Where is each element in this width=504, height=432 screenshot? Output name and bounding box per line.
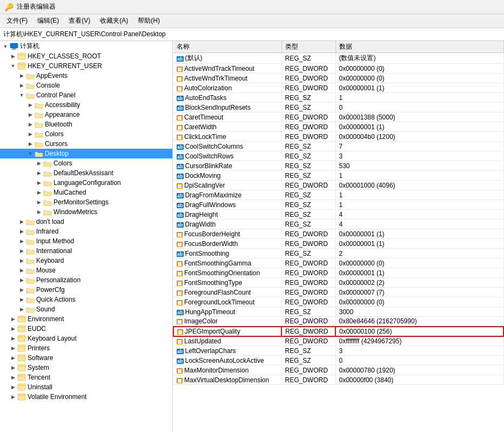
- expand-btn-bluetooth[interactable]: [26, 120, 35, 129]
- tree-node-volatileenv[interactable]: Volatile Environment: [0, 392, 172, 402]
- tree-node-muicached[interactable]: MuiCached: [0, 188, 172, 197]
- table-row[interactable]: ▦FocusBorderHeightREG_DWORD0x00000001 (1…: [173, 229, 503, 239]
- tree-node-eudc[interactable]: EUDC: [0, 324, 172, 334]
- tree-node-environment[interactable]: Environment: [0, 314, 172, 324]
- table-row[interactable]: abCoolSwitchColumnsREG_SZ7: [173, 142, 503, 151]
- expand-btn-controlpanel[interactable]: [17, 91, 26, 99]
- table-row[interactable]: abDragHeightREG_SZ4: [173, 210, 503, 220]
- tree-node-international[interactable]: International: [0, 246, 172, 256]
- tree-node-controlpanel[interactable]: Control Panel: [0, 90, 172, 100]
- expand-btn-appevents[interactable]: [17, 71, 26, 80]
- tree-node-tencent[interactable]: Tencent: [0, 373, 172, 382]
- table-row[interactable]: ▦ForegroundFlashCountREG_DWORD0x00000007…: [173, 288, 503, 297]
- expand-btn-permonitorsettings[interactable]: [35, 198, 43, 207]
- expand-btn-accessibility[interactable]: [26, 101, 35, 109]
- expand-btn-hkcr[interactable]: [9, 52, 17, 61]
- expand-btn-keyboardlayout[interactable]: [9, 334, 17, 343]
- table-row[interactable]: abFontSmoothingREG_SZ2: [173, 249, 503, 258]
- table-row[interactable]: ▦JPEGImportQualityREG_DWORD0x00000100 (2…: [173, 327, 503, 336]
- tree-node-languageconfiguration[interactable]: LanguageConfiguration: [0, 178, 172, 188]
- tree-node-desktop-colors[interactable]: Colors: [0, 158, 172, 168]
- expand-btn-cursors[interactable]: [26, 139, 35, 148]
- table-row[interactable]: ▦FontSmoothingOrientationREG_DWORD0x0000…: [173, 268, 503, 278]
- tree-node-permonitorsettings[interactable]: PerMonitorSettings: [0, 197, 172, 207]
- expand-btn-software[interactable]: [9, 354, 17, 362]
- expand-btn-powercfg[interactable]: [17, 285, 26, 294]
- table-row[interactable]: abDragFullWindowsREG_SZ1: [173, 200, 503, 210]
- tree-node-defaultdeskassisant[interactable]: DefaultDeskAssisant: [0, 168, 172, 178]
- tree-node-accessibility[interactable]: Accessibility: [0, 100, 172, 110]
- expand-btn-system[interactable]: [9, 363, 17, 372]
- tree-node-printers[interactable]: Printers: [0, 343, 172, 353]
- menu-item-h[interactable]: 帮助(H): [133, 15, 164, 26]
- tree-node-windowmetrics[interactable]: WindowMetrics: [0, 207, 172, 217]
- tree-root-computer[interactable]: 计算机: [0, 41, 172, 51]
- table-row[interactable]: ▦CaretWidthREG_DWORD0x00000001 (1): [173, 122, 503, 132]
- tree-node-colors[interactable]: Colors: [0, 129, 172, 139]
- expand-btn-hkcu[interactable]: [9, 62, 17, 70]
- table-row[interactable]: ▦CaretTimeoutREG_DWORD0x00001388 (5000): [173, 112, 503, 122]
- tree-node-dontload[interactable]: don't load: [0, 217, 172, 227]
- table-row[interactable]: ▦MaxVirtualDesktopDimensionREG_DWORD0x00…: [173, 375, 503, 385]
- expand-btn-international[interactable]: [17, 247, 26, 255]
- table-row[interactable]: abCoolSwitchRowsREG_SZ3: [173, 151, 503, 161]
- tree-node-uninstall[interactable]: Uninstall: [0, 382, 172, 392]
- menu-item-a[interactable]: 收藏夹(A): [96, 15, 132, 26]
- table-row[interactable]: ▦ImageColorREG_DWORD0x80e84646 (21627059…: [173, 317, 503, 327]
- expand-btn-keyboard[interactable]: [17, 256, 26, 265]
- expand-btn-console[interactable]: [17, 81, 26, 90]
- expand-btn-languageconfiguration[interactable]: [35, 178, 43, 187]
- expand-btn-sound[interactable]: [17, 305, 26, 314]
- expand-btn-printers[interactable]: [9, 344, 17, 353]
- expand-btn-infrared[interactable]: [17, 227, 26, 236]
- tree-node-keyboardlayout[interactable]: Keyboard Layout: [0, 334, 172, 343]
- table-row[interactable]: abCursorBlinkRateREG_SZ530: [173, 161, 503, 171]
- table-row[interactable]: ▦AutoColorizationREG_DWORD0x00000001 (1): [173, 83, 503, 93]
- tree-node-powercfg[interactable]: PowerCfg: [0, 285, 172, 295]
- menu-item-e[interactable]: 编辑(E): [33, 15, 63, 26]
- table-row[interactable]: ▦DpiScalingVerREG_DWORD0x00001000 (4096): [173, 181, 503, 190]
- tree-panel[interactable]: 计算机 HKEY_CLASSES_ROOTHKEY_CURRENT_USERAp…: [0, 41, 173, 432]
- table-row[interactable]: ▦ForegroundLockTimeoutREG_DWORD0x0000000…: [173, 297, 503, 307]
- tree-node-system[interactable]: System: [0, 363, 172, 373]
- expand-btn-mouse[interactable]: [17, 266, 26, 275]
- tree-node-bluetooth[interactable]: Bluetooth: [0, 119, 172, 129]
- tree-node-console[interactable]: Console: [0, 81, 172, 90]
- tree-node-personalization[interactable]: Personalization: [0, 275, 172, 285]
- expand-btn-desktop-colors[interactable]: [35, 159, 43, 168]
- expand-btn-eudc[interactable]: [9, 324, 17, 333]
- table-row[interactable]: ▦ActiveWndTrkTimeoutREG_DWORD0x00000000 …: [173, 74, 503, 83]
- tree-node-infrared[interactable]: Infrared: [0, 227, 172, 236]
- expand-btn-quickactions[interactable]: [17, 295, 26, 304]
- table-row[interactable]: ab(默认)REG_SZ(数值未设置): [173, 53, 503, 64]
- expand-btn-defaultdeskassisant[interactable]: [35, 169, 43, 177]
- expand-icon[interactable]: [1, 42, 10, 51]
- table-row[interactable]: ▦MaxMonitorDimensionREG_DWORD0x00000780 …: [173, 365, 503, 375]
- table-row[interactable]: abLeftOverlapCharsREG_SZ3: [173, 346, 503, 356]
- table-row[interactable]: ▦ActiveWndTrackTimeoutREG_DWORD0x0000000…: [173, 64, 503, 74]
- expand-btn-inputmethod[interactable]: [17, 237, 26, 245]
- table-row[interactable]: ▦FontSmoothingGammaREG_DWORD0x00000000 (…: [173, 258, 503, 268]
- expand-btn-appearance[interactable]: [26, 110, 35, 119]
- expand-btn-personalization[interactable]: [17, 276, 26, 284]
- table-row[interactable]: abAutoEndTasksREG_SZ1: [173, 93, 503, 103]
- expand-btn-volatileenv[interactable]: [9, 393, 17, 401]
- table-row[interactable]: ▦FocusBorderWidthREG_DWORD0x00000001 (1): [173, 239, 503, 249]
- expand-btn-uninstall[interactable]: [9, 383, 17, 391]
- table-row[interactable]: abLockScreenAutoLockActiveREG_SZ0: [173, 356, 503, 365]
- menu-item-f[interactable]: 文件(F): [2, 15, 32, 26]
- tree-node-appearance[interactable]: Appearance: [0, 110, 172, 119]
- tree-node-hkcu[interactable]: HKEY_CURRENT_USER: [0, 61, 172, 71]
- table-row[interactable]: abHungAppTimeoutREG_SZ3000: [173, 307, 503, 317]
- table-row[interactable]: abDragFromMaximizeREG_SZ1: [173, 190, 503, 200]
- table-row[interactable]: abDockMovingREG_SZ1: [173, 171, 503, 181]
- tree-node-hkcr[interactable]: HKEY_CLASSES_ROOT: [0, 51, 172, 61]
- expand-btn-tencent[interactable]: [9, 373, 17, 382]
- table-row[interactable]: ▦LastUpdatedREG_DWORD0xffffffff (4294967…: [173, 336, 503, 346]
- expand-btn-windowmetrics[interactable]: [35, 208, 43, 216]
- expand-btn-environment[interactable]: [9, 315, 17, 323]
- tree-node-desktop[interactable]: Desktop: [0, 149, 172, 158]
- tree-node-keyboard[interactable]: Keyboard: [0, 256, 172, 265]
- tree-node-mouse[interactable]: Mouse: [0, 265, 172, 275]
- expand-btn-desktop[interactable]: [26, 149, 35, 158]
